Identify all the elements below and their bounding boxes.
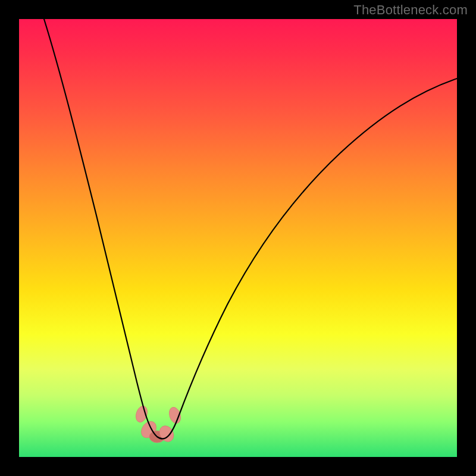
bottleneck-curve (44, 19, 457, 439)
curve-svg (19, 19, 457, 457)
svg-point-0 (134, 405, 149, 424)
svg-point-4 (167, 406, 183, 425)
watermark-text: TheBottleneck.com (353, 2, 468, 18)
chart-frame: TheBottleneck.com (0, 0, 476, 476)
plot-area (19, 19, 457, 457)
